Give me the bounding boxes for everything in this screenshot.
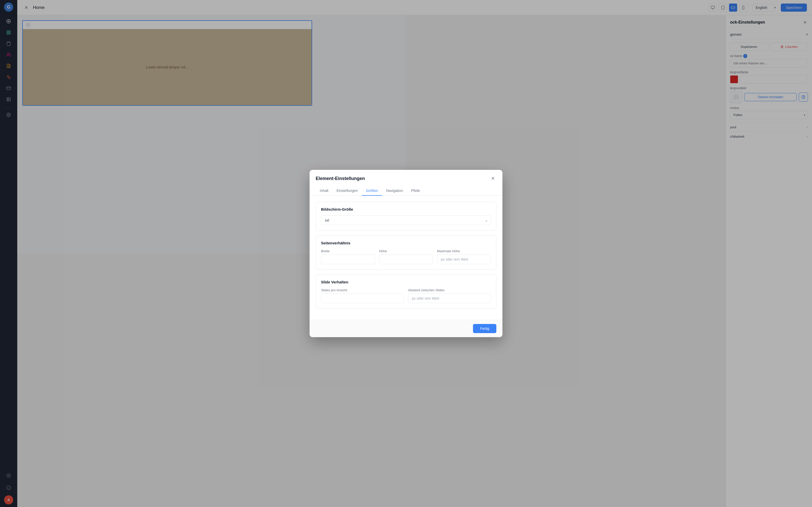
tab-inhalt[interactable]: Inhalt xyxy=(316,186,333,196)
tab-navigation[interactable]: Navigation xyxy=(382,186,406,196)
width-group: Breite 16 xyxy=(321,249,375,253)
modal-title: Element-Einstellungen xyxy=(316,176,365,181)
screen-size-title: Bildschirm-Größe xyxy=(321,207,406,212)
screen-size-select[interactable]: xxl xl lg md sm xs xyxy=(321,216,406,225)
height-group: Höhe 7 xyxy=(379,249,406,253)
screen-size-section: Bildschirm-Größe xxl xl lg md sm xs ⌄ xyxy=(316,202,406,230)
modal-header: Element-Einstellungen ✕ xyxy=(310,170,406,182)
screen-size-select-wrapper: xxl xl lg md sm xs ⌄ xyxy=(321,216,406,225)
height-label: Höhe xyxy=(379,249,406,253)
modal-dialog: Element-Einstellungen ✕ Inhalt Einstellu… xyxy=(310,170,406,253)
modal-backdrop[interactable]: Element-Einstellungen ✕ Inhalt Einstellu… xyxy=(0,0,406,253)
tab-groessen[interactable]: Größen xyxy=(362,186,382,196)
width-label: Breite xyxy=(321,249,375,253)
modal-body: Bildschirm-Größe xxl xl lg md sm xs ⌄ Se… xyxy=(310,196,406,253)
modal-tabs: Inhalt Einstellungen Größen Navigation P… xyxy=(310,186,406,196)
aspect-ratio-title: Seitenverhältnis xyxy=(321,241,406,245)
tab-einstellungen[interactable]: Einstellungen xyxy=(333,186,362,196)
aspect-ratio-section: Seitenverhältnis Breite 16 Höhe 7 Maxima… xyxy=(316,235,406,253)
aspect-ratio-form-row: Breite 16 Höhe 7 Maximale Höhe xyxy=(321,249,406,253)
